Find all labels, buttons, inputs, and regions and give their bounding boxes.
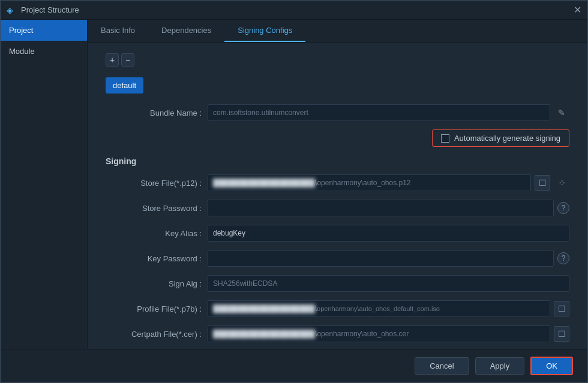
- footer-bar: Cancel Apply OK: [1, 349, 587, 382]
- tab-dependencies[interactable]: Dependencies: [148, 20, 224, 42]
- panel-content: + − default Bundle Name : ✎: [88, 43, 587, 349]
- certpath-file-blurred: ████████████████████: [213, 330, 315, 338]
- sidebar-item-project[interactable]: Project: [1, 20, 87, 41]
- bundle-name-row: Bundle Name : ✎: [106, 104, 569, 121]
- profile-file-suffix: \openharmony\auto_ohos_default_com.iso: [315, 305, 440, 312]
- apply-button[interactable]: Apply: [475, 357, 525, 375]
- bundle-name-input[interactable]: [208, 104, 550, 121]
- store-password-input-group: ?: [208, 200, 569, 216]
- sign-alg-input-group: SHA256withECDSA: [208, 275, 569, 292]
- key-password-input[interactable]: [208, 250, 554, 267]
- sign-alg-input[interactable]: SHA256withECDSA: [208, 275, 569, 292]
- bundle-name-label: Bundle Name :: [106, 108, 208, 117]
- auto-sign-box: Automatically generate signing: [432, 129, 569, 147]
- store-file-row: Store File(*.p12) : ████████████████████…: [106, 174, 569, 191]
- store-file-fingerprint-icon[interactable]: ⁘: [554, 175, 569, 191]
- tabs-bar: Basic Info Dependencies Signing Configs: [88, 20, 587, 43]
- store-password-help-icon[interactable]: ?: [557, 202, 569, 214]
- sidebar-item-module[interactable]: Module: [1, 41, 87, 62]
- store-file-label: Store File(*.p12) :: [106, 179, 208, 188]
- tab-signing-configs[interactable]: Signing Configs: [224, 20, 305, 42]
- key-alias-label: Key Alias :: [106, 229, 208, 238]
- store-file-suffix: \openharmony\auto_ohos.p12: [315, 179, 410, 187]
- profile-file-browse-button[interactable]: ☐: [554, 301, 569, 316]
- certpath-file-display: ████████████████████ \openharmony\auto_o…: [208, 325, 550, 342]
- store-file-input-group: ████████████████████ \openharmony\auto_o…: [208, 174, 569, 191]
- sign-alg-label: Sign Alg :: [106, 279, 208, 288]
- config-list: default: [106, 75, 569, 94]
- certpath-file-row: Certpath File(*.cer) : █████████████████…: [106, 325, 569, 342]
- project-structure-dialog: ◈ Project Structure ✕ Project Module Bas…: [0, 0, 588, 383]
- remove-config-button[interactable]: −: [121, 53, 134, 67]
- toolbar-row: + −: [106, 53, 569, 67]
- profile-file-input-group: ████████████████████ \openharmony\auto_o…: [208, 300, 569, 317]
- key-password-input-group: ?: [208, 250, 569, 267]
- tab-basic-info[interactable]: Basic Info: [88, 20, 148, 42]
- config-default[interactable]: default: [106, 77, 143, 94]
- main-panel: Basic Info Dependencies Signing Configs …: [88, 20, 587, 349]
- sign-alg-row: Sign Alg : SHA256withECDSA: [106, 275, 569, 292]
- key-alias-input[interactable]: [208, 225, 569, 242]
- auto-sign-label: Automatically generate signing: [454, 134, 560, 143]
- certpath-file-input-group: ████████████████████ \openharmony\auto_o…: [208, 325, 569, 342]
- add-config-button[interactable]: +: [106, 53, 119, 67]
- title-bar: ◈ Project Structure ✕: [1, 1, 587, 20]
- auto-sign-row: Automatically generate signing: [106, 129, 569, 147]
- signing-section-title: Signing: [106, 156, 569, 166]
- key-password-help-icon[interactable]: ?: [557, 252, 569, 264]
- store-file-blurred: ████████████████████: [213, 179, 315, 187]
- profile-file-blurred: ████████████████████: [213, 304, 315, 313]
- sidebar: Project Module: [1, 20, 88, 349]
- profile-file-label: Profile File(*.p7b) :: [106, 304, 208, 313]
- store-password-label: Store Password :: [106, 204, 208, 213]
- key-password-label: Key Password :: [106, 254, 208, 263]
- store-file-display: ████████████████████ \openharmony\auto_o…: [208, 174, 531, 191]
- auto-sign-checkbox[interactable]: [441, 134, 449, 143]
- certpath-file-browse-button[interactable]: ☐: [554, 326, 569, 342]
- certpath-file-suffix: \openharmony\auto_ohos.cer: [315, 330, 409, 338]
- store-file-browse-button[interactable]: ☐: [535, 175, 550, 191]
- content-area: Project Module Basic Info Dependencies S…: [1, 20, 587, 349]
- cancel-button[interactable]: Cancel: [415, 357, 469, 375]
- close-button[interactable]: ✕: [573, 6, 581, 14]
- store-password-row: Store Password : ?: [106, 200, 569, 216]
- key-password-row: Key Password : ?: [106, 250, 569, 267]
- bundle-name-input-group: ✎: [208, 104, 569, 121]
- app-icon: ◈: [7, 5, 16, 15]
- profile-file-row: Profile File(*.p7b) : ██████████████████…: [106, 300, 569, 317]
- key-alias-input-group: [208, 225, 569, 242]
- store-password-input[interactable]: [208, 200, 554, 216]
- ok-button[interactable]: OK: [530, 357, 573, 375]
- certpath-file-label: Certpath File(*.cer) :: [106, 330, 208, 339]
- profile-file-display: ████████████████████ \openharmony\auto_o…: [208, 300, 550, 317]
- key-alias-row: Key Alias :: [106, 225, 569, 242]
- dialog-title: Project Structure: [21, 5, 573, 14]
- bundle-name-edit-icon[interactable]: ✎: [554, 105, 569, 120]
